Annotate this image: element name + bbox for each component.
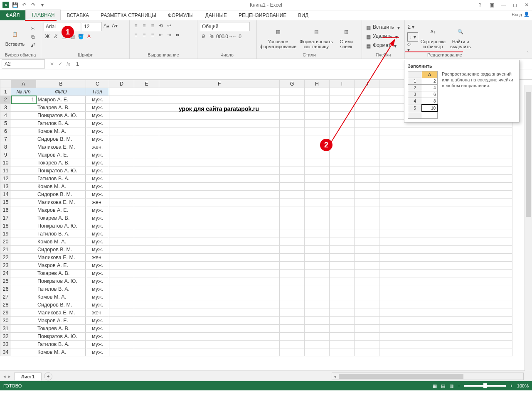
decrease-indent-icon[interactable]: ⇤ [157, 31, 165, 39]
increase-decimal-icon[interactable]: .0→ [225, 33, 232, 40]
save-icon[interactable]: 💾 [12, 2, 18, 8]
decrease-font-icon[interactable]: A▾ [111, 22, 118, 29]
name-box[interactable]: A2 [2, 59, 45, 69]
cell-styles-button[interactable]: ▥Стили ячеек [336, 22, 357, 52]
grid-row[interactable]: 34Комов М. А.муж. [0, 348, 512, 356]
format-painter-icon[interactable]: 🖌 [29, 42, 37, 49]
grid-row[interactable]: 26Гатилов В. А.муж. [0, 285, 512, 293]
tab-file[interactable]: ФАЙЛ [0, 10, 25, 20]
grid-row[interactable]: 30Макров А. Е.муж. [0, 317, 512, 325]
help-icon[interactable]: ? [476, 1, 484, 9]
undo-icon[interactable]: ↶ [21, 2, 27, 8]
col-header-B[interactable]: B [36, 80, 86, 88]
grid-row[interactable]: 33Гатилов В. А.муж. [0, 341, 512, 348]
redo-icon[interactable]: ↷ [30, 2, 37, 8]
format-as-table-button[interactable]: ▤Форматировать как таблицу [298, 22, 334, 52]
clear-icon[interactable]: ◇ ▾ [407, 43, 415, 51]
ribbon-options-icon[interactable]: ▣ [488, 1, 495, 9]
grid-row[interactable]: 28Сидоров В. М.муж. [0, 301, 512, 309]
grid-row[interactable]: 9Макров А. Е.муж. [0, 151, 512, 159]
percent-icon[interactable]: % [208, 33, 216, 40]
grid-row[interactable]: 27Комов М. А.муж. [0, 293, 512, 301]
view-page-layout-icon[interactable]: ▤ [441, 383, 445, 389]
wrap-text-icon[interactable]: ↩ [165, 22, 173, 29]
col-header-A[interactable]: A [11, 80, 36, 88]
view-normal-icon[interactable]: ▦ [433, 383, 437, 389]
sort-filter-button[interactable]: A↓Сортировка и фильтр [420, 22, 446, 52]
grid-row[interactable]: 20Комов М. А.муж. [0, 238, 512, 246]
align-center-icon[interactable]: ≡ [140, 31, 148, 39]
autosum-icon[interactable]: Σ ▾ [407, 23, 415, 31]
italic-button[interactable]: К [52, 33, 59, 40]
align-right-icon[interactable]: ≡ [149, 31, 156, 39]
paste-button[interactable]: 📋 Вставить [2, 22, 27, 52]
conditional-formatting-button[interactable]: ▦Условное форматирование [259, 22, 297, 52]
grid-row[interactable]: 31Токарев А. В.муж. [0, 325, 512, 333]
zoom-in-icon[interactable]: + [510, 383, 512, 388]
bold-button[interactable]: Ж [44, 33, 51, 40]
grid-row[interactable]: 8Маликова Е. М.жен. [0, 143, 512, 151]
add-sheet-button[interactable]: + [44, 372, 52, 380]
qat-dropdown-icon[interactable]: ▾ [39, 2, 46, 8]
cancel-formula-icon[interactable]: ✕ [50, 61, 54, 67]
fill-button[interactable]: ↓ ▾ [407, 32, 418, 42]
tab-view[interactable]: ВИД [292, 10, 314, 20]
vertical-scrollbar[interactable] [525, 85, 532, 375]
zoom-value[interactable]: 100% [517, 383, 529, 388]
maximize-icon[interactable]: ◻ [511, 1, 519, 9]
align-middle-icon[interactable]: ≡ [140, 22, 148, 29]
cut-icon[interactable]: ✂ [29, 25, 37, 32]
font-color-button[interactable]: A [85, 33, 93, 40]
align-bottom-icon[interactable]: ≡ [149, 22, 156, 29]
grid-row[interactable]: 32Понкратов А. Ю.муж. [0, 333, 512, 341]
grid-row[interactable]: 21Сидоров В. М.муж. [0, 246, 512, 254]
orientation-icon[interactable]: ⟲ [157, 22, 165, 29]
tab-home[interactable]: ГЛАВНАЯ [25, 10, 61, 20]
col-header-J[interactable]: J [355, 80, 379, 88]
tab-data[interactable]: ДАННЫЕ [200, 10, 233, 20]
grid-row[interactable]: 10Токарев А. В.муж. [0, 159, 512, 167]
font-size-combo[interactable]: 12 [82, 22, 102, 31]
find-select-button[interactable]: 🔍Найти и выделить [448, 22, 473, 52]
increase-font-icon[interactable]: A▴ [103, 22, 110, 29]
grid-row[interactable]: 14Сидоров В. М.муж. [0, 191, 512, 199]
hscroll-left-icon[interactable]: ◂ [332, 374, 338, 379]
grid-row[interactable]: 16Макров А. Е.муж. [0, 206, 512, 214]
enter-formula-icon[interactable]: ✓ [58, 61, 62, 67]
sign-in[interactable]: Вход👤 [512, 12, 530, 17]
decrease-decimal-icon[interactable]: ←.0 [233, 33, 241, 40]
grid-row[interactable]: 12Гатилов В. А.муж. [0, 175, 512, 183]
col-header-G[interactable]: G [280, 80, 305, 88]
horizontal-scrollbar[interactable]: ◂ [332, 373, 524, 380]
grid-row[interactable]: 6Комов М. А.муж. [0, 127, 512, 135]
grid-row[interactable]: 11Понкратов А. Ю.муж. [0, 167, 512, 175]
insert-cells-button[interactable]: ▦Вставить▾ [365, 24, 402, 32]
zoom-slider[interactable] [464, 385, 506, 387]
col-header-H[interactable]: H [305, 80, 330, 88]
grid-row[interactable]: 23Макров А. Е.муж. [0, 262, 512, 270]
view-page-break-icon[interactable]: ▥ [449, 383, 453, 389]
grid-row[interactable]: 19Гатилов В. А.муж. [0, 230, 512, 238]
col-header-I[interactable]: I [330, 80, 355, 88]
sheet-nav-prev-icon[interactable]: ◂ [3, 374, 6, 379]
grid-row[interactable]: 13Комов М. А.муж. [0, 183, 512, 191]
grid-row[interactable]: 18Понкратов А. Ю.муж. [0, 222, 512, 230]
hscroll-thumb[interactable] [339, 374, 463, 379]
fill-color-button[interactable]: 🪣 [77, 33, 84, 40]
merge-icon[interactable]: ⬌ [174, 31, 181, 39]
fx-icon[interactable]: fx [66, 61, 70, 67]
delete-cells-button[interactable]: ▦Удалить▾ [365, 33, 402, 41]
align-top-icon[interactable]: ≡ [132, 22, 140, 29]
close-icon[interactable]: ✕ [523, 1, 530, 9]
grid-row[interactable]: 29Маликова Е. М.жен. [0, 309, 512, 317]
col-header-F[interactable]: F [159, 80, 280, 88]
comma-icon[interactable]: 000 [217, 33, 224, 40]
vscroll-thumb[interactable] [526, 92, 531, 217]
grid-row[interactable]: 15Маликова Е. М.жен. [0, 199, 512, 206]
col-header-D[interactable]: D [109, 80, 134, 88]
sheet-tab-1[interactable]: Лист1 [14, 373, 42, 380]
increase-indent-icon[interactable]: ⇥ [165, 31, 173, 39]
grid-row[interactable]: 25Понкратов А. Ю.муж. [0, 277, 512, 285]
copy-icon[interactable]: ⧉ [29, 33, 37, 41]
tab-review[interactable]: РЕЦЕНЗИРОВАНИЕ [233, 10, 292, 20]
